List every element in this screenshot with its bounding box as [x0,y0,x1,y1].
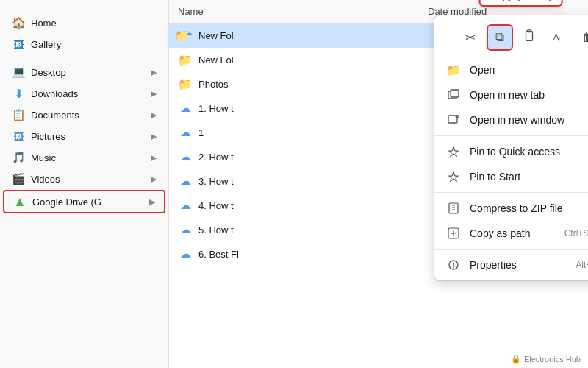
menu-item-label-open-new-tab: Open in new tab [470,89,588,101]
videos-icon: 🎬 [12,172,25,185]
desktop-icon: 💻 [12,66,25,79]
sidebar: 🏠 Home 🖼 Gallery 💻 Desktop ▶ ⬇ Downloads… [0,0,169,368]
menu-item-pin-start[interactable]: Pin to Start [434,164,588,189]
downloads-icon: ⬇ [12,87,25,100]
toolbar-copy-button[interactable]: ⧉ [487,24,513,51]
menu-item-label-compress: Compress to ZIP file [470,202,588,214]
menu-shortcut-copy-path: Ctrl+Shift+C [564,228,588,238]
menu-item-label-properties: Properties [470,259,567,271]
pin-icon-desktop: ▶ [151,68,157,77]
svg-rect-7 [449,203,458,213]
sidebar-item-pictures[interactable]: 🖼 Pictures ▶ [3,126,165,146]
file-explorer: 🏠 Home 🖼 Gallery 💻 Desktop ▶ ⬇ Downloads… [0,0,588,368]
sidebar-item-home[interactable]: 🏠 Home [3,13,165,33]
menu-item-open-new-tab[interactable]: Open in new tab [434,82,588,107]
menu-item-label-pin-start: Pin to Start [470,171,588,183]
sidebar-label-videos: Videos [31,174,145,185]
pin-icon-documents: ▶ [151,110,157,120]
menu-item-label-open: Open [470,64,582,76]
cut-icon: ✂ [465,30,476,46]
sidebar-label-desktop: Desktop [31,67,145,78]
pin-start-icon [446,169,461,184]
menu-shortcut-properties: Alt+Enter [576,260,588,270]
menu-item-compress[interactable]: Compress to ZIP file [434,196,588,221]
sidebar-label-googledrive: Google Drive (G [32,197,143,208]
svg-rect-5 [451,90,459,97]
sidebar-label-gallery: Gallery [31,39,157,50]
context-menu: Copy (Ctrl+C) ✂⧉A|🗑 📁 Open Enter Open in… [434,15,588,281]
music-icon: 🎵 [12,151,25,164]
menu-item-label-pin-quick: Pin to Quick access [470,146,588,158]
pin-icon-videos: ▶ [151,174,157,184]
properties-icon [446,258,461,272]
menu-item-label-copy-path: Copy as path [470,227,556,239]
menu-separator-9 [434,249,588,250]
sidebar-label-music: Music [31,152,145,163]
sidebar-item-documents[interactable]: 📋 Documents ▶ [3,105,165,125]
menu-item-properties[interactable]: Properties Alt+Enter [434,252,588,277]
open-new-tab-icon [446,88,461,102]
home-icon: 🏠 [12,16,25,29]
sidebar-item-googledrive[interactable]: ▲ Google Drive (G ▶ [3,190,165,213]
open-new-window-icon [446,113,461,127]
svg-rect-0 [526,31,533,40]
sidebar-label-pictures: Pictures [31,131,145,142]
copy-icon: ⧉ [495,30,504,45]
copy-tooltip-label: Copy (Ctrl+C) [490,0,553,1]
sidebar-item-gallery[interactable]: 🖼 Gallery [3,34,165,54]
pin-icon-downloads: ▶ [151,89,157,99]
copy-path-icon [446,226,461,241]
context-menu-items-container: 📁 Open Enter Open in new tab Open in new… [434,57,588,277]
context-menu-overlay: Copy (Ctrl+C) ✂⧉A|🗑 📁 Open Enter Open in… [169,0,588,368]
sidebar-label-documents: Documents [31,110,145,121]
menu-item-pin-quick[interactable]: Pin to Quick access [434,139,588,164]
paste-icon [523,29,536,46]
pin-quick-icon [446,144,461,159]
delete-icon: 🗑 [582,30,589,45]
menu-item-open-new-window[interactable]: Open in new window [434,107,588,132]
pin-icon-pictures: ▶ [151,132,157,141]
gdrive-icon: ▲ [13,195,26,208]
sidebar-item-downloads[interactable]: ⬇ Downloads ▶ [3,83,165,104]
context-toolbar: ✂⧉A|🗑 [434,18,588,57]
sidebar-label-downloads: Downloads [31,88,145,99]
sidebar-item-music[interactable]: 🎵 Music ▶ [3,147,165,168]
pictures-icon: 🖼 [12,130,25,143]
sidebar-label-home: Home [31,18,157,29]
open-icon: 📁 [446,63,461,77]
pin-icon-music: ▶ [151,153,157,163]
gallery-icon: 🖼 [12,38,25,51]
rename-icon: A| [552,29,565,46]
documents-icon: 📋 [12,108,25,121]
svg-text:|: | [559,34,560,40]
menu-item-copy-path[interactable]: Copy as path Ctrl+Shift+C [434,221,588,246]
menu-separator-3 [434,135,588,136]
compress-icon [446,201,461,216]
toolbar-delete-button[interactable]: 🗑 [575,24,588,51]
toolbar-paste-button[interactable] [516,24,542,51]
menu-item-label-open-new-window: Open in new window [470,114,588,126]
menu-separator-6 [434,192,588,193]
copy-tooltip: Copy (Ctrl+C) [479,0,563,7]
pin-icon-googledrive: ▶ [149,197,155,207]
toolbar-rename-button[interactable]: A| [545,24,572,51]
sidebar-item-videos[interactable]: 🎬 Videos ▶ [3,169,165,189]
menu-item-open[interactable]: 📁 Open Enter [434,57,588,82]
sidebar-item-desktop[interactable]: 💻 Desktop ▶ [3,62,165,82]
main-content: Name Date modified 📁☁ New Fol 📁 New Fol … [169,0,588,368]
toolbar-cut-button[interactable]: ✂ [457,24,484,51]
